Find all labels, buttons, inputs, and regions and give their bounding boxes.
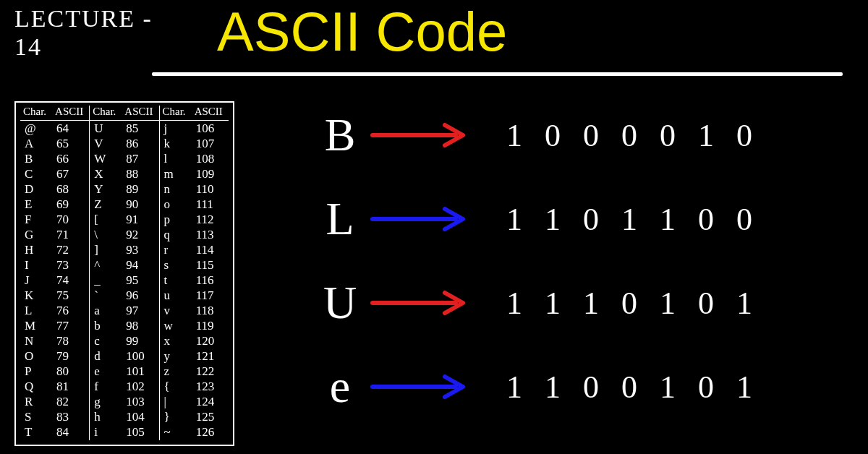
char-cell: l [159, 151, 192, 166]
ascii-value-cell: 98 [122, 319, 159, 334]
char-cell: ~ [159, 425, 192, 440]
ascii-value-cell: 107 [192, 136, 229, 151]
table-row: R82g103|124 [20, 395, 229, 410]
char-cell: R [20, 395, 52, 410]
table-row: F70[91p112 [20, 212, 229, 227]
ascii-value-cell: 125 [192, 410, 229, 425]
char-cell: C [20, 166, 52, 181]
char-cell: O [20, 349, 52, 364]
char-cell: M [20, 319, 52, 334]
title-underline [152, 72, 843, 76]
table-row: J74_95t116 [20, 273, 229, 288]
char-cell: ` [90, 288, 122, 304]
ascii-value-cell: 120 [192, 334, 229, 349]
ascii-value-cell: 68 [52, 181, 90, 197]
char-cell: k [159, 136, 192, 151]
char-cell: E [20, 197, 52, 212]
ascii-value-cell: 126 [192, 425, 229, 440]
ascii-value-cell: 115 [192, 257, 229, 273]
ascii-value-cell: 100 [122, 349, 159, 364]
char-cell: n [159, 181, 192, 197]
ascii-value-cell: 77 [52, 319, 90, 334]
char-cell: r [159, 242, 192, 257]
char-cell: A [20, 136, 52, 151]
table-row: @64U85j106 [20, 121, 229, 137]
table-row: D68Y89n110 [20, 181, 229, 197]
ascii-value-cell: 97 [122, 304, 159, 319]
table-row: M77b98w119 [20, 319, 229, 334]
ascii-value-cell: 96 [122, 288, 159, 304]
char-cell: Z [90, 197, 122, 212]
ascii-value-cell: 111 [192, 197, 229, 212]
char-cell: v [159, 304, 192, 319]
ascii-value-cell: 113 [192, 227, 229, 242]
ascii-value-cell: 122 [192, 364, 229, 380]
ascii-value-cell: 84 [52, 425, 90, 440]
ascii-value-cell: 78 [52, 334, 90, 349]
char-cell: \ [90, 227, 122, 242]
table-header: Char. [159, 106, 192, 121]
char-cell: @ [20, 121, 52, 137]
ascii-value-cell: 75 [52, 288, 90, 304]
ascii-value-cell: 87 [122, 151, 159, 166]
char-cell: u [159, 288, 192, 304]
char-cell: L [20, 304, 52, 319]
ascii-value-cell: 105 [122, 425, 159, 440]
table-row: A65V86k107 [20, 136, 229, 151]
ascii-value-cell: 116 [192, 273, 229, 288]
table-header: ASCII [192, 106, 229, 121]
char-cell: q [159, 227, 192, 242]
ascii-value-cell: 67 [52, 166, 90, 181]
char-cell: g [90, 395, 122, 410]
ascii-value-cell: 104 [122, 410, 159, 425]
ascii-value-cell: 83 [52, 410, 90, 425]
arrow-icon [369, 201, 477, 237]
ascii-table-header-row: Char. ASCII Char. ASCII Char. ASCII [20, 106, 229, 121]
table-row: H72]93r114 [20, 242, 229, 257]
char-cell: I [20, 257, 52, 273]
char-cell: j [159, 121, 192, 137]
table-row: E69Z90o111 [20, 197, 229, 212]
ascii-value-cell: 114 [192, 242, 229, 257]
table-row: L76a97v118 [20, 304, 229, 319]
char-cell: x [159, 334, 192, 349]
ascii-value-cell: 112 [192, 212, 229, 227]
char-cell: F [20, 212, 52, 227]
table-row: P80e101z122 [20, 364, 229, 380]
lecture-label-text: LECTURE -14 [14, 5, 153, 60]
page-title: ASCII Code [217, 0, 507, 63]
table-row: K75`96u117 [20, 288, 229, 304]
ascii-value-cell: 121 [192, 349, 229, 364]
ascii-value-cell: 80 [52, 364, 90, 380]
char-cell: { [159, 380, 192, 395]
char-cell: p [159, 212, 192, 227]
char-cell: o [159, 197, 192, 212]
example-row: e1 1 0 0 1 0 1 [311, 360, 854, 414]
table-row: N78c99x120 [20, 334, 229, 349]
ascii-value-cell: 124 [192, 395, 229, 410]
table-row: I73^94s115 [20, 257, 229, 273]
ascii-value-cell: 69 [52, 197, 90, 212]
table-row: S83h104}125 [20, 410, 229, 425]
table-row: C67X88m109 [20, 166, 229, 181]
char-cell: _ [90, 273, 122, 288]
char-cell: e [90, 364, 122, 380]
ascii-value-cell: 99 [122, 334, 159, 349]
char-cell: a [90, 304, 122, 319]
char-cell: T [20, 425, 52, 440]
char-cell: w [159, 319, 192, 334]
ascii-value-cell: 118 [192, 304, 229, 319]
ascii-value-cell: 92 [122, 227, 159, 242]
example-binary: 1 1 0 1 1 0 0 [506, 201, 760, 238]
char-cell: y [159, 349, 192, 364]
example-char: L [311, 192, 369, 246]
char-cell: S [20, 410, 52, 425]
arrow-icon [369, 369, 477, 405]
example-row: U1 1 1 0 1 0 1 [311, 276, 854, 330]
char-cell: h [90, 410, 122, 425]
char-cell: D [20, 181, 52, 197]
table-row: B66W87l108 [20, 151, 229, 166]
char-cell: W [90, 151, 122, 166]
ascii-value-cell: 74 [52, 273, 90, 288]
example-binary: 1 1 1 0 1 0 1 [506, 285, 760, 322]
